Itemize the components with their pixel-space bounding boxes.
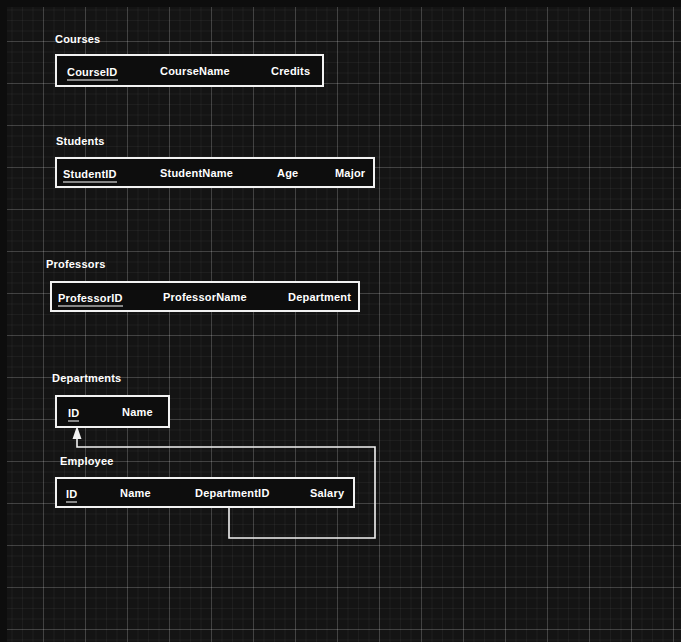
- column-label-departments-name: Name: [122, 406, 153, 418]
- relationship-connector-employee-departments[interactable]: [0, 0, 681, 642]
- table-title-courses: Courses: [55, 33, 100, 45]
- table-title-employee: Employee: [60, 455, 114, 467]
- column-label-employee-id: ID: [66, 487, 77, 502]
- column-label-age: Age: [277, 167, 298, 179]
- table-node-departments[interactable]: ID Name: [55, 395, 170, 428]
- table-node-professors[interactable]: ProfessorID ProfessorName Department: [50, 281, 360, 312]
- column-label-major: Major: [335, 167, 365, 179]
- column-label-studentid: StudentID: [63, 167, 117, 182]
- column-label-salary: Salary: [310, 487, 344, 499]
- column-label-department: Department: [288, 291, 351, 303]
- column-label-professorid: ProfessorID: [58, 291, 123, 306]
- table-title-professors: Professors: [46, 258, 105, 270]
- table-node-employee[interactable]: ID Name DepartmentID Salary: [55, 477, 355, 508]
- column-label-employee-name: Name: [120, 487, 151, 499]
- column-label-departmentid: DepartmentID: [195, 487, 270, 499]
- table-title-departments: Departments: [52, 372, 121, 384]
- table-title-students: Students: [56, 135, 105, 147]
- diagram-canvas[interactable]: Courses CourseID CourseName Credits Stud…: [0, 0, 681, 642]
- column-label-coursename: CourseName: [160, 65, 230, 77]
- table-node-students[interactable]: StudentID StudentName Age Major: [55, 157, 375, 188]
- column-label-departments-id: ID: [68, 406, 79, 421]
- column-label-professorname: ProfessorName: [163, 291, 247, 303]
- column-label-courseid: CourseID: [67, 65, 118, 80]
- column-label-studentname: StudentName: [160, 167, 233, 179]
- table-node-courses[interactable]: CourseID CourseName Credits: [55, 54, 324, 87]
- column-label-credits: Credits: [271, 65, 310, 77]
